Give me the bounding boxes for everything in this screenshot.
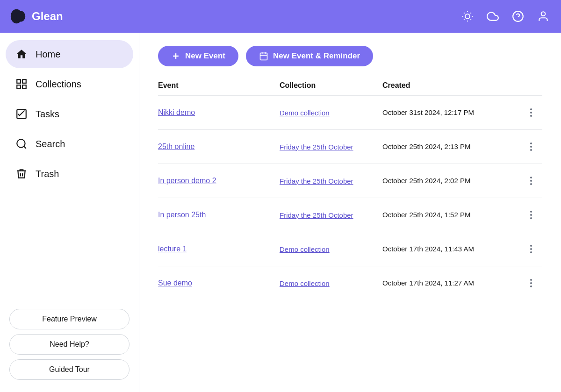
collection-name-5[interactable]: Demo collection <box>280 279 330 287</box>
sidebar-item-tasks-label: Tasks <box>36 109 59 120</box>
sidebar-item-collections-label: Collections <box>36 79 81 90</box>
svg-line-5 <box>464 13 464 13</box>
table-row: Sue demo Demo collection October 17th 20… <box>158 266 542 300</box>
brightness-icon <box>462 11 473 22</box>
three-dots-icon <box>530 245 532 253</box>
help-icon <box>512 10 524 22</box>
sidebar-bottom: Feature Preview Need Help? Guided Tour <box>6 304 133 385</box>
action-buttons: New Event New Event & Reminder <box>158 46 542 66</box>
header-event: Event <box>158 81 280 90</box>
more-button-5[interactable] <box>524 276 539 291</box>
table-rows: Nikki demo Demo collection October 31st … <box>158 96 542 300</box>
feature-preview-button[interactable]: Feature Preview <box>9 309 129 329</box>
created-date-0: October 31st 2024, 12:17 PM <box>382 108 474 116</box>
help-button[interactable] <box>510 8 526 25</box>
logo-area: Glean <box>9 7 459 25</box>
app-header: Glean <box>0 0 561 33</box>
svg-line-9 <box>464 19 464 20</box>
svg-rect-16 <box>17 85 21 89</box>
nav-items: Home Collections <box>6 40 133 304</box>
sidebar-item-collections[interactable]: Collections <box>6 70 133 98</box>
logo-text: Glean <box>32 10 63 23</box>
home-icon <box>15 48 28 61</box>
plus-icon <box>171 51 180 61</box>
collection-name-2[interactable]: Friday the 25th October <box>280 177 353 185</box>
header-collection: Collection <box>280 81 382 90</box>
brightness-button[interactable] <box>459 8 476 25</box>
sidebar-item-tasks[interactable]: Tasks <box>6 100 133 128</box>
event-name-3[interactable]: In person 25th <box>158 211 206 219</box>
sidebar-item-home-label: Home <box>36 49 60 60</box>
svg-line-6 <box>470 19 471 20</box>
calendar-icon <box>259 51 268 61</box>
more-button-4[interactable] <box>524 242 539 257</box>
trash-icon <box>15 167 28 180</box>
event-name-4[interactable]: lecture 1 <box>158 245 187 253</box>
three-dots-icon <box>530 279 532 287</box>
svg-point-13 <box>541 12 546 16</box>
created-date-5: October 17th 2024, 11:27 AM <box>382 279 474 287</box>
table-row: In person 25th Friday the 25th October O… <box>158 198 542 232</box>
more-button-1[interactable] <box>524 139 539 154</box>
table-row: lecture 1 Demo collection October 17th 2… <box>158 232 542 266</box>
three-dots-icon <box>530 177 532 185</box>
cloud-icon <box>487 10 499 22</box>
cloud-button[interactable] <box>484 8 501 25</box>
svg-point-1 <box>16 11 25 22</box>
svg-rect-14 <box>17 79 21 83</box>
sidebar-item-search[interactable]: Search <box>6 130 133 158</box>
collection-name-4[interactable]: Demo collection <box>280 245 330 253</box>
user-icon <box>537 10 549 22</box>
event-name-5[interactable]: Sue demo <box>158 279 192 287</box>
table-row: In person demo 2 Friday the 25th October… <box>158 164 542 198</box>
need-help-button[interactable]: Need Help? <box>9 334 129 355</box>
tasks-icon <box>15 107 28 121</box>
sidebar-item-home[interactable]: Home <box>6 40 133 68</box>
main-content: New Event New Event & Reminder Event Col… <box>139 33 561 392</box>
event-name-2[interactable]: In person demo 2 <box>158 177 216 185</box>
new-event-reminder-label: New Event & Reminder <box>273 51 360 61</box>
collection-name-1[interactable]: Friday the 25th October <box>280 143 353 151</box>
new-event-reminder-button[interactable]: New Event & Reminder <box>246 46 373 66</box>
sidebar-item-trash-label: Trash <box>36 169 59 179</box>
three-dots-icon <box>530 143 532 151</box>
svg-rect-23 <box>260 53 267 60</box>
more-button-2[interactable] <box>524 173 539 188</box>
svg-rect-17 <box>22 85 26 89</box>
created-date-4: October 17th 2024, 11:43 AM <box>382 245 474 253</box>
sidebar: Home Collections <box>0 33 139 392</box>
header-created: Created <box>382 81 524 90</box>
new-event-label: New Event <box>185 51 225 61</box>
more-button-0[interactable] <box>524 105 539 120</box>
svg-line-20 <box>24 146 26 149</box>
collections-icon <box>15 78 28 91</box>
more-button-3[interactable] <box>524 207 539 222</box>
main-layout: Home Collections <box>0 33 561 392</box>
collection-name-3[interactable]: Friday the 25th October <box>280 211 353 219</box>
svg-point-2 <box>465 14 470 19</box>
guided-tour-button[interactable]: Guided Tour <box>9 359 129 380</box>
three-dots-icon <box>530 108 532 117</box>
event-name-1[interactable]: 25th online <box>158 143 194 150</box>
sidebar-item-search-label: Search <box>36 139 65 150</box>
sidebar-item-trash[interactable]: Trash <box>6 160 133 188</box>
user-button[interactable] <box>535 8 552 25</box>
created-date-1: October 25th 2024, 2:13 PM <box>382 143 470 150</box>
logo-icon <box>9 7 27 25</box>
three-dots-icon <box>530 211 532 219</box>
created-date-2: October 25th 2024, 2:02 PM <box>382 177 470 185</box>
new-event-button[interactable]: New Event <box>158 46 238 66</box>
table-header: Event Collection Created <box>158 81 542 96</box>
table-row: 25th online Friday the 25th October Octo… <box>158 130 542 164</box>
svg-line-10 <box>470 13 471 13</box>
search-icon <box>15 137 28 150</box>
svg-rect-15 <box>22 79 26 83</box>
collection-name-0[interactable]: Demo collection <box>280 109 330 117</box>
event-name-0[interactable]: Nikki demo <box>158 108 195 116</box>
created-date-3: October 25th 2024, 1:52 PM <box>382 211 470 219</box>
svg-point-19 <box>17 139 25 147</box>
header-icons <box>459 8 552 25</box>
table-row: Nikki demo Demo collection October 31st … <box>158 96 542 130</box>
